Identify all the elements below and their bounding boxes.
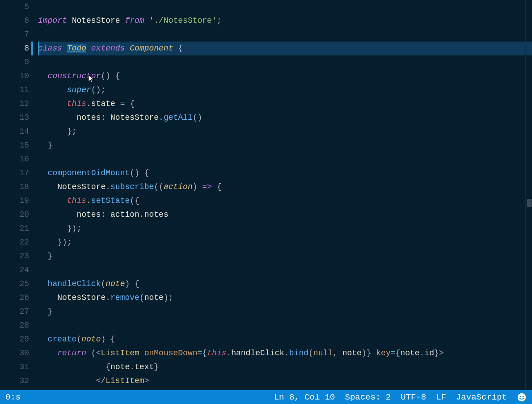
code-token: return bbox=[57, 349, 86, 358]
code-token: note bbox=[144, 293, 164, 302]
code-token: , bbox=[333, 349, 342, 358]
code-token: . bbox=[226, 349, 231, 358]
code-line[interactable]: </ListItem> bbox=[38, 374, 532, 388]
code-line[interactable] bbox=[38, 319, 532, 332]
code-token bbox=[38, 113, 76, 122]
code-token: = bbox=[198, 349, 203, 358]
code-line[interactable]: return (<ListItem onMouseDown={this.hand… bbox=[38, 346, 532, 360]
code-token: ( bbox=[86, 349, 96, 358]
code-token: super bbox=[67, 85, 91, 94]
line-number: 24 bbox=[0, 263, 29, 277]
line-number: 16 bbox=[0, 152, 29, 166]
code-line[interactable]: create(note) { bbox=[38, 332, 532, 346]
code-token bbox=[38, 293, 57, 302]
code-token: { bbox=[202, 349, 207, 358]
code-token bbox=[38, 85, 67, 94]
code-line[interactable]: super(); bbox=[38, 83, 532, 97]
code-token: { bbox=[212, 182, 222, 191]
status-left[interactable]: 0:s bbox=[5, 392, 21, 402]
code-editor[interactable]: 5678910111213141516171819202122232425262… bbox=[0, 0, 532, 390]
code-line[interactable]: }); bbox=[38, 236, 532, 249]
code-token: Component bbox=[130, 44, 173, 53]
line-number-gutter[interactable]: 5678910111213141516171819202122232425262… bbox=[0, 0, 38, 390]
code-line[interactable]: } bbox=[38, 139, 532, 152]
code-token: } bbox=[434, 349, 439, 358]
code-token: ); bbox=[164, 293, 173, 302]
line-number: 18 bbox=[0, 180, 29, 194]
code-token: (); bbox=[91, 85, 106, 94]
current-line-indicator bbox=[38, 42, 39, 55]
code-line[interactable]: } bbox=[38, 305, 532, 319]
code-token: './NotesStore' bbox=[149, 16, 216, 25]
code-line[interactable]: constructor() { bbox=[38, 69, 532, 83]
line-number: 12 bbox=[0, 97, 29, 111]
code-token bbox=[38, 72, 48, 80]
code-token bbox=[38, 182, 57, 191]
code-token: () { bbox=[130, 168, 149, 177]
code-token: } bbox=[154, 362, 159, 371]
gutter-active-line-marker bbox=[31, 42, 33, 55]
code-line[interactable] bbox=[38, 28, 532, 42]
code-token: > bbox=[439, 349, 444, 358]
code-token: )} bbox=[362, 349, 372, 358]
code-token: handleClick bbox=[48, 279, 101, 288]
line-number: 26 bbox=[0, 291, 29, 305]
code-token: ) bbox=[193, 182, 203, 191]
code-token: . bbox=[86, 99, 91, 108]
code-line[interactable]: NotesStore.remove(note); bbox=[38, 291, 532, 305]
code-token: constructor bbox=[48, 72, 101, 80]
code-line[interactable] bbox=[38, 263, 532, 277]
code-line[interactable]: }; bbox=[38, 125, 532, 139]
code-token: note bbox=[106, 279, 125, 288]
status-encoding[interactable]: UTF-8 bbox=[401, 392, 426, 402]
code-token: import bbox=[38, 16, 72, 25]
feedback-smile-icon[interactable] bbox=[517, 392, 527, 402]
code-token: note bbox=[342, 349, 362, 358]
code-line[interactable]: notes: action.notes bbox=[38, 208, 532, 222]
code-token: () bbox=[193, 113, 203, 122]
code-token: ListItem bbox=[101, 349, 139, 358]
line-number: 14 bbox=[0, 125, 29, 139]
code-token bbox=[372, 349, 376, 358]
code-token: onMouseDown bbox=[144, 349, 198, 358]
code-token: . bbox=[139, 210, 144, 219]
code-token: ) { bbox=[101, 335, 115, 344]
status-ln-col[interactable]: Ln 8, Col 10 bbox=[274, 392, 335, 402]
code-content-area[interactable]: import NotesStore from './NotesStore';cl… bbox=[38, 0, 532, 390]
code-line[interactable] bbox=[38, 0, 532, 14]
vertical-scrollbar-track[interactable] bbox=[526, 0, 532, 390]
status-language[interactable]: JavaScript bbox=[456, 392, 507, 402]
code-token: NotesStore bbox=[57, 293, 106, 302]
code-token: this bbox=[67, 196, 86, 205]
code-token: ; bbox=[217, 16, 222, 25]
code-line[interactable]: notes: NotesStore.getAll() bbox=[38, 111, 532, 125]
status-spaces[interactable]: Spaces: 2 bbox=[345, 392, 391, 402]
code-token: notes bbox=[76, 210, 101, 219]
vertical-scrollbar-thumb[interactable] bbox=[527, 199, 532, 207]
code-token bbox=[38, 376, 96, 385]
code-line[interactable]: } bbox=[38, 249, 532, 263]
code-line[interactable]: this.setState({ bbox=[38, 194, 532, 208]
code-token: class bbox=[38, 44, 67, 53]
code-token: { bbox=[38, 362, 110, 371]
code-token: = bbox=[391, 349, 396, 358]
code-line[interactable]: NotesStore.subscribe((action) => { bbox=[38, 180, 532, 194]
status-eol[interactable]: LF bbox=[436, 392, 446, 402]
code-token: { bbox=[396, 349, 401, 358]
code-line[interactable]: }); bbox=[38, 222, 532, 236]
code-token bbox=[38, 196, 67, 205]
code-line[interactable] bbox=[38, 152, 532, 166]
code-token bbox=[38, 279, 48, 288]
code-line[interactable] bbox=[38, 55, 532, 69]
code-line[interactable]: componentDidMount() { bbox=[38, 166, 532, 180]
code-token: < bbox=[96, 349, 101, 358]
line-number: 27 bbox=[0, 305, 29, 319]
code-token bbox=[38, 99, 67, 108]
line-number: 17 bbox=[0, 166, 29, 180]
code-line[interactable]: {note.text} bbox=[38, 360, 532, 374]
code-line[interactable]: this.state = { bbox=[38, 97, 532, 111]
code-line[interactable]: handleClick(note) { bbox=[38, 277, 532, 291]
code-line[interactable]: import NotesStore from './NotesStore'; bbox=[38, 14, 532, 28]
code-token: null bbox=[313, 349, 333, 358]
code-line[interactable]: class Todo extends Component { bbox=[38, 42, 532, 55]
